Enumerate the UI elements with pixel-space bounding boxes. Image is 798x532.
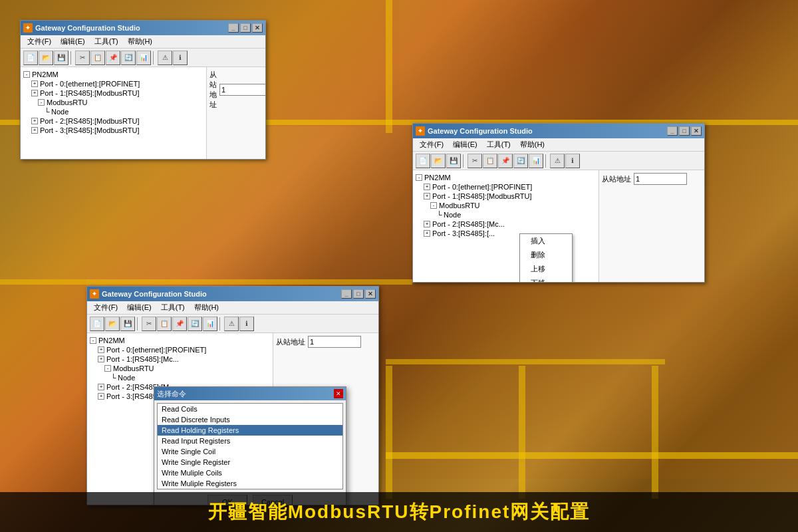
tree-item[interactable]: └ Node [416,210,596,219]
tree-item[interactable]: + Port - 3:[RS485]:[ModbusRTU] [23,126,203,135]
win2-tb-save[interactable]: 💾 [446,154,461,168]
expander-icon[interactable]: + [424,230,430,237]
win2-tb-paste[interactable]: 📌 [498,154,513,168]
win3-tb-info[interactable]: ℹ [239,317,254,331]
tree-item[interactable]: - ModbusRTU [90,364,270,373]
win3-tb-refresh[interactable]: 🔄 [188,317,202,331]
win2-menu-tools[interactable]: 工具(T) [483,139,515,150]
win3-slave-addr-input[interactable] [308,336,361,348]
expander-icon[interactable]: + [98,356,104,362]
win1-tb-chart[interactable]: 📊 [136,51,151,65]
tree-item[interactable]: └ Node [90,373,270,382]
expander-icon[interactable]: + [424,221,430,227]
expander-icon[interactable]: + [98,346,104,353]
win2-tb-refresh[interactable]: 🔄 [513,154,528,168]
win1-close-button[interactable]: ✕ [252,23,263,33]
win3-window-buttons[interactable]: _ □ ✕ [341,289,376,299]
expander-icon[interactable]: - [38,99,45,106]
win1-tb-info[interactable]: ℹ [173,51,188,65]
dialog-list-item-read-input[interactable]: Read Input Registers [158,436,342,446]
ctx-move-up[interactable]: 上移 [520,262,572,276]
dialog-list-item-read-holding[interactable]: Read Holding Registers [158,425,342,436]
tree-item[interactable]: + Port - 0:[ethernet]:[PROFINET] [416,182,596,192]
dialog-list-item-write-register[interactable]: Write Single Register [158,457,342,467]
win2-close-button[interactable]: ✕ [691,126,702,136]
win3-tb-warn[interactable]: ⚠ [224,317,239,331]
win3-tb-open[interactable]: 📂 [105,317,120,331]
win1-tb-open[interactable]: 📂 [39,51,53,65]
win1-slave-addr-input[interactable] [219,84,265,96]
win1-tb-copy[interactable]: 📋 [90,51,105,65]
expander-icon[interactable]: - [104,365,111,372]
tree-item[interactable]: └ Node [23,107,203,116]
win2-tb-new[interactable]: 📄 [416,154,430,168]
dialog-close-button[interactable]: ✕ [334,389,343,398]
win1-maximize-button[interactable]: □ [240,23,251,33]
dialog-list-item-read-discrete[interactable]: Read Discrete Inputs [158,414,342,425]
win1-menu-edit[interactable]: 编辑(E) [57,36,89,47]
win1-menu-help[interactable]: 帮助(H) [124,36,156,47]
tree-item[interactable]: + Port - 2:[RS485]:[ModbusRTU] [23,116,203,126]
win3-menu-tools[interactable]: 工具(T) [157,302,189,313]
expander-icon[interactable]: + [31,127,38,134]
tree-item[interactable]: - PN2MM [23,70,203,79]
win3-tb-paste[interactable]: 📌 [172,317,187,331]
expander-icon[interactable]: + [31,80,38,87]
tree-item[interactable]: + Port - 1:[RS485]:[ModbusRTU] [23,88,203,98]
tree-item[interactable]: + Port - 0:[ethernet]:[PROFINET] [90,345,270,354]
expander-icon[interactable]: - [90,337,96,344]
ctx-move-down[interactable]: 下移 [520,276,572,282]
win3-tb-cut[interactable]: ✂ [142,317,156,331]
win3-menu-edit[interactable]: 编辑(E) [123,302,156,313]
win2-menu-edit[interactable]: 编辑(E) [449,139,481,150]
expander-icon[interactable]: + [424,193,430,200]
win2-tb-copy[interactable]: 📋 [483,154,497,168]
expander-icon[interactable]: - [416,174,422,181]
tree-item[interactable]: - PN2MM [416,173,596,182]
win3-tb-copy[interactable]: 📋 [157,317,172,331]
win3-tb-chart[interactable]: 📊 [203,317,217,331]
win3-tb-save[interactable]: 💾 [120,317,135,331]
dialog-list-item-write-registers[interactable]: Write Muliple Registers [158,478,342,489]
ctx-insert[interactable]: 插入 [520,234,572,248]
win2-tb-chart[interactable]: 📊 [529,154,543,168]
dialog-list-item-write-coil[interactable]: Write Single Coil [158,446,342,457]
expander-icon[interactable]: - [430,202,437,209]
win3-minimize-button[interactable]: _ [341,289,352,299]
win1-menu-file[interactable]: 文件(F) [23,36,55,47]
expander-icon[interactable]: + [424,184,430,190]
win1-tb-cut[interactable]: ✂ [75,51,90,65]
win3-menu-file[interactable]: 文件(F) [90,302,122,313]
win2-tb-warn[interactable]: ⚠ [550,154,565,168]
tree-item[interactable]: - ModbusRTU [416,201,596,210]
ctx-delete[interactable]: 删除 [520,248,572,262]
win1-minimize-button[interactable]: _ [228,23,239,33]
win2-tb-open[interactable]: 📂 [431,154,446,168]
win1-tb-refresh[interactable]: 🔄 [121,51,136,65]
win3-tb-new[interactable]: 📄 [90,317,104,331]
win1-tb-new[interactable]: 📄 [23,51,38,65]
dialog-list-item-write-coils[interactable]: Write Muliple Coils [158,467,342,478]
dialog-list-item-read-coils[interactable]: Read Coils [158,404,342,414]
expander-icon[interactable]: - [23,71,30,78]
win3-menu-help[interactable]: 帮助(H) [190,302,223,313]
win2-minimize-button[interactable]: _ [667,126,678,136]
win2-menu-help[interactable]: 帮助(H) [516,139,549,150]
win1-menu-tools[interactable]: 工具(T) [90,36,122,47]
tree-item[interactable]: + Port - 0:[ethernet]:[PROFINET] [23,79,203,88]
expander-icon[interactable]: + [31,118,38,124]
win1-tb-warn[interactable]: ⚠ [158,51,172,65]
tree-item[interactable]: - PN2MM [90,336,270,345]
expander-icon[interactable]: + [98,384,104,390]
win2-tb-cut[interactable]: ✂ [467,154,482,168]
expander-icon[interactable]: + [31,90,38,96]
expander-icon[interactable]: + [98,393,104,400]
tree-item[interactable]: + Port - 2:[RS485]:[Mc... [416,219,596,229]
win3-maximize-button[interactable]: □ [353,289,364,299]
win1-window-buttons[interactable]: _ □ ✕ [228,23,263,33]
tree-item[interactable]: + Port - 1:[RS485]:[ModbusRTU] [416,192,596,201]
win2-slave-addr-input[interactable] [634,173,687,185]
win2-tb-info[interactable]: ℹ [565,154,580,168]
win1-tb-paste[interactable]: 📌 [106,51,120,65]
tree-item[interactable]: + Port - 1:[RS485]:[Mc... [90,354,270,364]
